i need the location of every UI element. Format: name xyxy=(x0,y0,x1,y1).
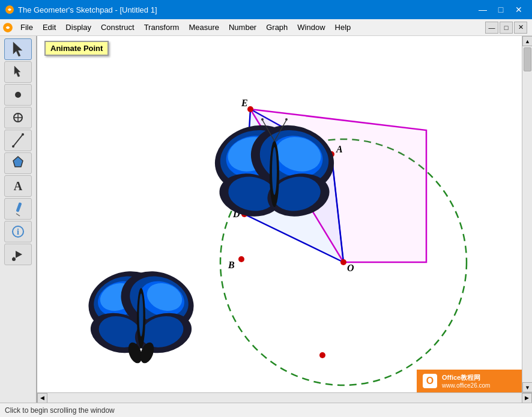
svg-text:i: i xyxy=(17,227,19,236)
svg-marker-16 xyxy=(16,251,22,258)
menu-display[interactable]: Display xyxy=(61,20,96,34)
office-icon: O xyxy=(422,373,438,389)
tool-marker[interactable] xyxy=(4,198,32,220)
tool-arrow-select[interactable] xyxy=(4,38,32,60)
watermark-text: Office教程网 www.office26.com xyxy=(442,373,490,389)
title-text: The Geometer's Sketchpad - [Untitled 1] xyxy=(18,5,157,14)
menu-transform[interactable]: Transform xyxy=(139,20,184,34)
main-area: A i xyxy=(0,36,532,403)
title-bar: The Geometer's Sketchpad - [Untitled 1] … xyxy=(0,0,532,19)
svg-marker-2 xyxy=(13,42,22,56)
inner-close-btn[interactable]: ✕ xyxy=(514,22,527,34)
menu-edit[interactable]: Edit xyxy=(38,20,61,34)
tool-info[interactable]: i xyxy=(4,221,32,242)
svg-rect-12 xyxy=(16,202,22,212)
menu-help[interactable]: Help xyxy=(330,20,356,34)
scroll-track-horizontal[interactable] xyxy=(47,393,522,403)
tool-animation[interactable] xyxy=(4,244,32,265)
butterfly-main xyxy=(211,111,337,228)
menu-bar: File Edit Display Construct Transform Me… xyxy=(0,19,532,36)
tool-polygon[interactable] xyxy=(4,152,32,174)
scroll-right-button[interactable]: ▶ xyxy=(522,393,532,403)
app-window: File Edit Display Construct Transform Me… xyxy=(0,19,532,417)
close-button[interactable]: ✕ xyxy=(510,1,527,18)
minimize-button[interactable]: — xyxy=(474,1,491,18)
svg-line-8 xyxy=(13,134,23,146)
menu-window[interactable]: Window xyxy=(292,20,330,34)
svg-text:B: B xyxy=(228,260,235,270)
inner-minimize-btn[interactable]: — xyxy=(485,22,498,34)
svg-point-29 xyxy=(340,259,346,265)
menu-graph[interactable]: Graph xyxy=(261,20,292,34)
menu-construct[interactable]: Construct xyxy=(96,20,139,34)
svg-point-9 xyxy=(12,145,14,148)
inner-restore-btn[interactable]: □ xyxy=(500,22,513,34)
menu-file[interactable]: File xyxy=(16,20,38,34)
app-menu-icon xyxy=(2,22,13,33)
scroll-track-vertical[interactable] xyxy=(522,46,532,382)
svg-text:O: O xyxy=(426,376,434,386)
svg-text:E: E xyxy=(241,98,248,108)
tool-move[interactable] xyxy=(4,61,32,83)
toolbar: A i xyxy=(0,36,37,403)
svg-marker-3 xyxy=(14,66,20,77)
svg-point-10 xyxy=(22,133,24,136)
scroll-down-button[interactable]: ▼ xyxy=(522,382,532,392)
menu-number[interactable]: Number xyxy=(224,20,261,34)
svg-point-52 xyxy=(285,118,288,121)
svg-text:O: O xyxy=(347,263,354,273)
scroll-thumb-vertical[interactable] xyxy=(524,47,531,71)
scroll-up-button[interactable]: ▲ xyxy=(522,36,532,46)
tool-point[interactable] xyxy=(4,84,32,106)
tool-line[interactable] xyxy=(4,130,32,151)
title-bar-left: The Geometer's Sketchpad - [Untitled 1] xyxy=(5,5,157,14)
svg-point-51 xyxy=(261,118,264,121)
tool-compass[interactable] xyxy=(4,107,32,128)
watermark-area: O Office教程网 www.office26.com xyxy=(417,370,522,392)
right-scrollbar: ▲ ▼ xyxy=(522,36,532,392)
bottom-scrollbar: ◀ ▶ xyxy=(37,392,532,403)
svg-point-34 xyxy=(319,352,325,358)
svg-point-66 xyxy=(139,293,144,337)
butterfly-small xyxy=(84,258,198,366)
svg-marker-11 xyxy=(13,157,23,167)
status-bar: Click to begin scrolling the window xyxy=(0,403,532,417)
svg-point-31 xyxy=(238,256,244,262)
canvas-area[interactable]: Animate Point xyxy=(37,36,522,392)
status-message: Click to begin scrolling the window xyxy=(5,406,115,415)
svg-line-13 xyxy=(16,214,20,216)
title-bar-controls: — □ ✕ xyxy=(474,1,527,18)
tool-text[interactable]: A xyxy=(4,175,32,197)
maximize-button[interactable]: □ xyxy=(492,1,509,18)
app-icon xyxy=(5,5,14,14)
scroll-left-button[interactable]: ◀ xyxy=(37,393,47,403)
menu-measure[interactable]: Measure xyxy=(184,20,224,34)
svg-point-48 xyxy=(272,147,277,195)
svg-point-4 xyxy=(15,92,21,98)
